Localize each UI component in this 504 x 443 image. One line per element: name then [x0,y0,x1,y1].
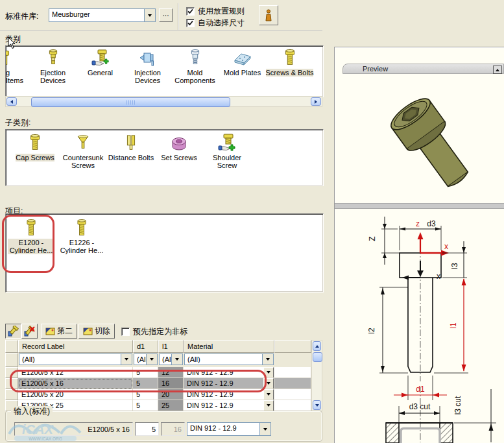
catalog-item[interactable]: E1200 - Cylinder He... [6,218,56,254]
cell-material[interactable]: DIN 912 - 12.9 [184,378,274,389]
cell-material[interactable]: DIN 912 - 12.9 [184,367,274,378]
scrollbar-thumb[interactable] [31,97,230,107]
cell-record[interactable]: E1200/5 x 16 [18,378,133,389]
catalog-item[interactable]: E1226 - Cylinder He... [56,218,107,254]
category-item[interactable]: Screws & Bolts [266,48,313,77]
column-header-material[interactable]: Material [184,340,274,353]
filter-d1-combobox[interactable]: (All) [134,353,158,365]
cell-l1[interactable]: 12 [158,367,184,378]
standard-parts-library-dialog: 标准件库: Meusburger ... 使用放置规则 自动选择尺寸 类别 g … [0,0,504,443]
category-item[interactable]: Mold Components [171,48,219,84]
scrollbar-thumb[interactable] [313,352,322,362]
chevron-down-icon[interactable] [259,423,270,435]
subcategory-item[interactable]: Shoulder Screw [203,133,251,169]
table-row[interactable]: E1200/5 x 20 5 20 DIN 912 - 12.9 [5,389,322,400]
d1-field[interactable]: 5 [135,422,159,436]
scroll-left-icon[interactable] [6,97,17,106]
category-item[interactable]: General [77,48,124,77]
mouse-cursor-icon [8,37,16,49]
chevron-down-icon[interactable] [263,378,274,389]
category-item[interactable]: Ejection Devices [29,48,77,84]
column-header-record-label[interactable]: Record Label [18,340,133,353]
scroll-right-icon[interactable] [311,97,321,106]
table-row[interactable]: E1200/5 x 12 5 12 DIN 912 - 12.9 [5,367,322,378]
place-component-button[interactable] [5,324,21,339]
category-item-label: Mold Components [172,69,219,84]
use-placement-rules-checkbox[interactable]: 使用放置规则 [186,6,245,17]
column-header-l1[interactable]: l1 [158,340,184,353]
chevron-down-icon[interactable] [263,389,274,400]
shoulder-screw-icon [217,133,237,154]
table-scrollbar[interactable] [311,340,322,411]
cell-record[interactable]: E1200/5 x 20 [18,389,133,400]
cell-l1[interactable]: 16 [158,378,184,389]
row-selector-cell[interactable] [5,367,18,378]
scroll-down-icon[interactable] [313,400,321,410]
cell-material[interactable]: DIN 912 - 12.9 [184,389,274,400]
cell-d1[interactable]: 5 [133,400,158,411]
cell-record[interactable]: E1200/5 x 12 [18,367,133,378]
divider [0,30,322,31]
cell-l1[interactable]: 20 [158,389,184,400]
cell-empty [274,400,311,411]
chevron-down-icon[interactable] [144,9,155,21]
table-row[interactable]: E1200/5 x 25 5 25 DIN 912 - 12.9 [5,400,322,411]
collapse-panel-icon[interactable] [493,66,502,74]
filter-record-combobox[interactable]: (All) [19,353,132,365]
subcategory-item[interactable]: Distance Bolts [107,133,155,162]
cell-material-value: DIN 912 - 12.9 [187,379,234,387]
cut-button-label: 切除 [95,326,110,337]
library-combobox[interactable]: Meusburger [49,8,156,22]
filter-l1-combobox[interactable]: (All) [159,353,183,365]
chevron-down-icon[interactable] [262,354,273,365]
table-row[interactable]: E1200/5 x 16 5 16 DIN 912 - 12.9 [5,378,322,389]
distance-bolts-icon [122,133,140,154]
category-item[interactable]: Mold Plates [219,48,266,77]
subcategory-item[interactable]: Set Screws [155,133,203,162]
checkbox-unchecked-icon [121,328,130,336]
info-button[interactable] [259,5,278,25]
browse-button[interactable]: ... [159,8,173,22]
category-scrollbar[interactable] [5,96,322,107]
table-filter-row: (All) (All) (All) (All) [5,353,322,367]
delete-screw-icon [24,326,35,337]
cell-d1[interactable]: 5 [133,378,158,389]
row-selector-cell[interactable] [5,389,18,400]
subcategory-item[interactable]: Countersunk Screws [59,133,107,169]
cell-l1[interactable]: 25 [158,400,184,411]
preview-3d-screw[interactable] [354,75,486,202]
second-button[interactable]: 第二 [41,324,77,339]
subcategory-item-label: Distance Bolts [108,154,154,162]
cell-material-value: DIN 912 - 12.9 [187,368,234,376]
preview-header: Preview [342,64,504,74]
cell-d1[interactable]: 5 [133,367,158,378]
catalog-item-label: E1226 - Cylinder He... [58,239,105,254]
chevron-down-icon[interactable] [263,367,274,378]
scroll-up-icon[interactable] [313,341,321,351]
cell-d1[interactable]: 5 [133,389,158,400]
filter-l1-value: (All) [160,354,171,365]
nonstandard-checkbox[interactable]: 预先指定为非标 [121,326,187,337]
clamping-items-icon [5,48,14,69]
category-item-label: g Items [6,69,29,84]
subcategory-item[interactable]: Cap Screws [11,133,59,162]
chevron-down-icon[interactable] [171,354,182,365]
chevron-down-icon[interactable] [121,354,132,365]
auto-select-size-checkbox[interactable]: 自动选择尺寸 [186,18,245,29]
category-item[interactable]: Injection Devices [124,48,171,84]
delete-component-button[interactable] [21,324,38,339]
cut-button[interactable]: 切除 [78,324,115,339]
filter-material-combobox[interactable]: (All) [184,353,274,365]
subcategory-list: Cap Screws Countersunk Screws Distance B… [5,129,324,186]
column-header-d1[interactable]: d1 [133,340,158,353]
category-item[interactable]: g Items [6,48,29,84]
cell-empty [274,367,311,378]
preview-splitter[interactable] [335,203,504,209]
chevron-down-icon[interactable] [146,354,157,365]
subcategory-item-label: Countersunk Screws [60,154,106,169]
countersunk-screws-icon [74,133,92,154]
cell-material[interactable]: DIN 912 - 12.9 [184,400,274,411]
chevron-down-icon[interactable] [263,400,274,411]
material-combobox[interactable]: DIN 912 - 12.9 [187,422,271,436]
row-selector-cell[interactable] [5,378,18,389]
